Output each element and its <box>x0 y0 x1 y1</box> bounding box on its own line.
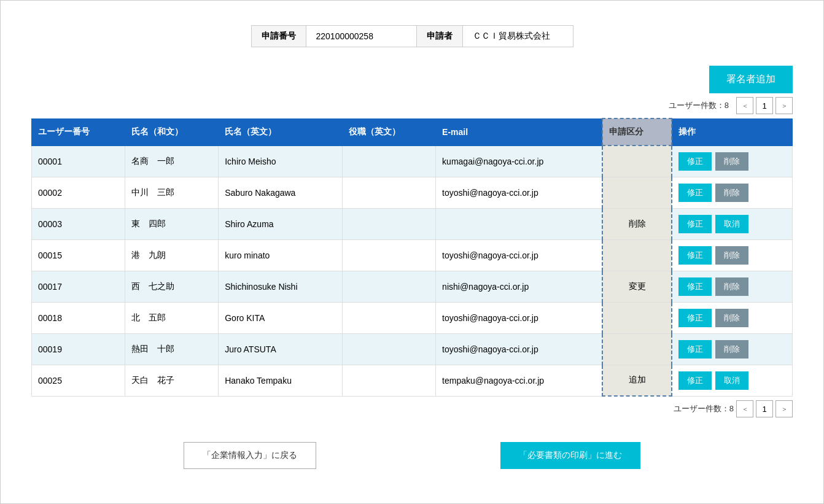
cell-name-en: Hanako Tempaku <box>219 365 343 396</box>
edit-button[interactable]: 修正 <box>678 215 712 233</box>
action-buttons: 修正削除 <box>678 184 786 202</box>
next-button[interactable]: 「必要書類の印刷」に進む <box>500 442 640 469</box>
table-row: 00025天白 花子Hanako Tempakutempaku@nagoya-c… <box>32 365 793 396</box>
cell-shinsei-kubun <box>602 239 672 271</box>
cell-shinsei-kubun <box>602 145 672 177</box>
cell-role-en <box>343 208 436 239</box>
cell-name-en: Goro KITA <box>219 302 343 333</box>
action-buttons: 修正取消 <box>678 215 786 233</box>
cancel-button[interactable]: 取消 <box>715 215 748 233</box>
cell-email: toyoshi@nagoya-cci.or.jp <box>436 239 603 271</box>
cell-shinsei-kubun: 削除 <box>602 208 672 239</box>
prev-page-top[interactable]: ＜ <box>736 97 753 114</box>
cell-name-jp: 天白 花子 <box>125 365 219 396</box>
cell-name-en: Saburo Nakagawa <box>219 177 343 208</box>
shinseisha-value: ＣＣＩ貿易株式会社 <box>462 26 573 47</box>
cell-role-en <box>343 333 436 365</box>
cell-role-en <box>343 271 436 302</box>
table-row: 00015港 九朗kuro minatotoyoshi@nagoya-cci.o… <box>32 239 793 271</box>
table-row: 00017西 七之助Shichinosuke Nishinishi@nagoya… <box>32 271 793 302</box>
cell-role-en <box>343 177 436 208</box>
edit-button[interactable]: 修正 <box>678 309 712 327</box>
cell-name-jp: 北 五郎 <box>125 302 219 333</box>
pagination-bottom: ユーザー件数：8 ＜ 1 ＞ <box>31 400 793 417</box>
header-info-section: 申請番号 220100000258 申請者 ＣＣＩ貿易株式会社 <box>31 25 793 47</box>
cell-name-en: Juro ATSUTA <box>219 333 343 365</box>
cell-user-number: 00003 <box>32 208 125 239</box>
delete-button[interactable]: 削除 <box>715 277 748 296</box>
cell-operations: 修正削除 <box>672 271 792 302</box>
col-email: E-mail <box>436 118 603 145</box>
edit-button[interactable]: 修正 <box>678 277 712 296</box>
current-page-bottom[interactable]: 1 <box>756 400 773 417</box>
cell-email: nishi@nagoya-cci.or.jp <box>436 271 603 302</box>
pagination-top: ユーザー件数：8 ＜ 1 ＞ <box>31 97 793 114</box>
cell-operations: 修正取消 <box>672 208 792 239</box>
shinseisha-label: 申請者 <box>416 26 462 47</box>
delete-button[interactable]: 削除 <box>715 246 748 265</box>
user-count-bottom: ユーザー件数：8 <box>674 403 734 414</box>
cell-name-jp: 中川 三郎 <box>125 177 219 208</box>
cell-name-jp: 港 九朗 <box>125 239 219 271</box>
action-buttons: 修正削除 <box>678 340 786 359</box>
action-buttons: 修正削除 <box>678 246 786 265</box>
cell-name-jp: 名商 一郎 <box>125 145 219 177</box>
cell-user-number: 00002 <box>32 177 125 208</box>
col-name-jp: 氏名（和文） <box>125 118 219 145</box>
cell-user-number: 00001 <box>32 145 125 177</box>
next-page-bottom[interactable]: ＞ <box>775 400 793 417</box>
users-table: ユーザー番号 氏名（和文） 氏名（英文） 役職（英文） E-mail 申請区分 … <box>31 118 793 397</box>
cell-email: toyoshi@nagoya-cci.or.jp <box>436 177 603 208</box>
delete-button[interactable]: 削除 <box>715 184 748 202</box>
edit-button[interactable]: 修正 <box>678 246 712 265</box>
cancel-button[interactable]: 取消 <box>715 371 748 390</box>
add-signer-button[interactable]: 署名者追加 <box>709 66 793 93</box>
delete-button[interactable]: 削除 <box>715 340 748 359</box>
top-actions-bar: 署名者追加 <box>31 66 793 93</box>
delete-button[interactable]: 削除 <box>715 309 748 327</box>
delete-button[interactable]: 削除 <box>715 152 748 171</box>
back-button[interactable]: 「企業情報入力」に戻る <box>184 442 316 469</box>
edit-button[interactable]: 修正 <box>678 371 712 390</box>
cell-user-number: 00025 <box>32 365 125 396</box>
cell-role-en <box>343 302 436 333</box>
cell-user-number: 00018 <box>32 302 125 333</box>
main-container: 申請番号 220100000258 申請者 ＣＣＩ貿易株式会社 署名者追加 ユー… <box>0 0 824 504</box>
col-name-en: 氏名（英文） <box>219 118 343 145</box>
col-shinsei-kubun: 申請区分 <box>602 118 672 145</box>
cell-email: tempaku@nagoya-cci.or.jp <box>436 365 603 396</box>
action-buttons: 修正取消 <box>678 371 786 390</box>
cell-name-en: Shichinosuke Nishi <box>219 271 343 302</box>
cell-shinsei-kubun <box>602 302 672 333</box>
cell-name-jp: 東 四郎 <box>125 208 219 239</box>
cell-shinsei-kubun <box>602 177 672 208</box>
cell-shinsei-kubun <box>602 333 672 365</box>
user-count-top: ユーザー件数：8 <box>669 100 729 111</box>
edit-button[interactable]: 修正 <box>678 340 712 359</box>
cell-role-en <box>343 145 436 177</box>
cell-name-en: Ichiro Meisho <box>219 145 343 177</box>
table-row: 00019熱田 十郎Juro ATSUTAtoyoshi@nagoya-cci.… <box>32 333 793 365</box>
cell-email <box>436 208 603 239</box>
bottom-actions-bar: 「企業情報入力」に戻る 「必要書類の印刷」に進む <box>31 442 793 469</box>
cell-email: toyoshi@nagoya-cci.or.jp <box>436 333 603 365</box>
cell-operations: 修正削除 <box>672 302 792 333</box>
cell-operations: 修正取消 <box>672 365 792 396</box>
table-row: 00001名商 一郎Ichiro Meishokumagai@nagoya-cc… <box>32 145 793 177</box>
current-page-top[interactable]: 1 <box>756 97 773 114</box>
shinsei-bango-label: 申請番号 <box>251 26 306 47</box>
cell-name-jp: 西 七之助 <box>125 271 219 302</box>
cell-name-en: kuro minato <box>219 239 343 271</box>
cell-operations: 修正削除 <box>672 333 792 365</box>
action-buttons: 修正削除 <box>678 277 786 296</box>
action-buttons: 修正削除 <box>678 309 786 327</box>
application-info-table: 申請番号 220100000258 申請者 ＣＣＩ貿易株式会社 <box>251 25 573 47</box>
edit-button[interactable]: 修正 <box>678 184 712 202</box>
shinsei-bango-value: 220100000258 <box>306 26 416 47</box>
cell-user-number: 00019 <box>32 333 125 365</box>
next-page-top[interactable]: ＞ <box>775 97 793 114</box>
col-operation: 操作 <box>672 118 792 145</box>
col-user-number: ユーザー番号 <box>32 118 125 145</box>
prev-page-bottom[interactable]: ＜ <box>736 400 753 417</box>
edit-button[interactable]: 修正 <box>678 152 712 171</box>
